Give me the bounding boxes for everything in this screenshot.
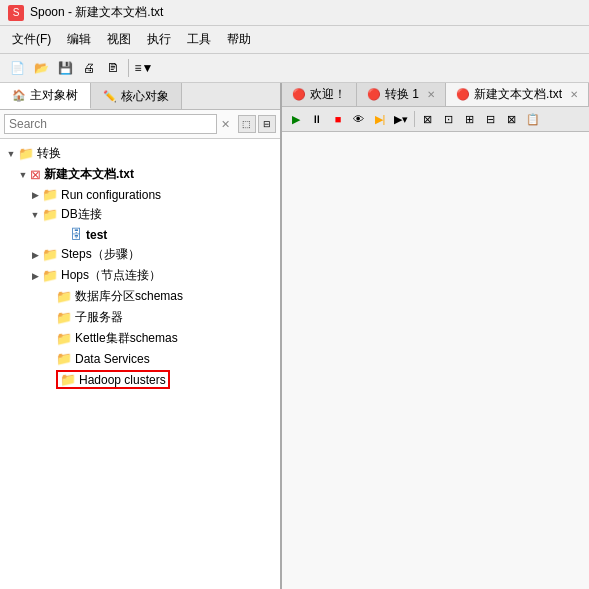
- search-action-btn2[interactable]: ⊟: [258, 115, 276, 133]
- tree-label-data-services: Data Services: [75, 352, 150, 366]
- new-doc-tab-icon: 🔴: [456, 88, 470, 101]
- right-tab-new-doc-label: 新建文本文档.txt: [474, 86, 562, 103]
- tree-label-steps: Steps（步骤）: [61, 246, 140, 263]
- rt-btn6[interactable]: 📋: [523, 109, 543, 129]
- left-panel: 🏠 主对象树 ✏️ 核心对象 ✕ ⬚ ⊟ ▼ 📁 转换: [0, 83, 282, 589]
- search-actions: ⬚ ⊟: [238, 115, 276, 133]
- tree-item-db-connect[interactable]: ▼ 📁 DB连接: [0, 204, 280, 225]
- tree-label-run-config: Run configurations: [61, 188, 161, 202]
- run-button[interactable]: ▶: [286, 109, 306, 129]
- tree: ▼ 📁 转换 ▼ ⊠ 新建文本文档.txt ▶ 📁 Run configurat…: [0, 139, 280, 589]
- right-tab-welcome[interactable]: 🔴 欢迎！: [282, 83, 357, 106]
- tree-label-new-doc: 新建文本文档.txt: [44, 166, 134, 183]
- pause-button[interactable]: ⏸: [307, 109, 327, 129]
- menu-run[interactable]: 执行: [139, 28, 179, 51]
- right-panel: 🔴 欢迎！ 🔴 转换 1 ✕ 🔴 新建文本文档.txt ✕ ▶ ⏸ ■ 👁 ▶|…: [282, 83, 589, 589]
- toolbar-open[interactable]: 📂: [30, 57, 52, 79]
- right-tab-new-doc[interactable]: 🔴 新建文本文档.txt ✕: [446, 83, 589, 106]
- tree-item-transform-root[interactable]: ▼ 📁 转换: [0, 143, 280, 164]
- arrow-run-config[interactable]: ▶: [28, 190, 42, 200]
- left-tab-row: 🏠 主对象树 ✏️ 核心对象: [0, 83, 280, 110]
- toolbar-saveas[interactable]: 🖨: [78, 57, 100, 79]
- rt-btn4[interactable]: ⊟: [481, 109, 501, 129]
- rt-btn3[interactable]: ⊞: [460, 109, 480, 129]
- right-tab-transform1[interactable]: 🔴 转换 1 ✕: [357, 83, 446, 106]
- db-icon: 🗄: [70, 227, 83, 242]
- menu-file[interactable]: 文件(F): [4, 28, 59, 51]
- arrow-db-connect[interactable]: ▼: [28, 210, 42, 220]
- arrow-transform[interactable]: ▼: [4, 149, 18, 159]
- search-box: ✕ ⬚ ⊟: [0, 110, 280, 139]
- transform-icon: ⊠: [30, 167, 41, 182]
- tree-item-run-config[interactable]: ▶ 📁 Run configurations: [0, 185, 280, 204]
- menu-view[interactable]: 视图: [99, 28, 139, 51]
- right-toolbar: ▶ ⏸ ■ 👁 ▶| ▶▾ ⊠ ⊡ ⊞ ⊟ ⊠ 📋: [282, 107, 589, 132]
- main-area: 🏠 主对象树 ✏️ 核心对象 ✕ ⬚ ⊟ ▼ 📁 转换: [0, 83, 589, 589]
- toolbar-new[interactable]: 📄: [6, 57, 28, 79]
- folder-icon-kettle-cluster: 📁: [56, 331, 72, 346]
- main-objects-icon: 🏠: [12, 89, 26, 102]
- rt-btn2[interactable]: ⊡: [439, 109, 459, 129]
- tree-item-data-services[interactable]: 📁 Data Services: [0, 349, 280, 368]
- preview-button[interactable]: 👁: [349, 109, 369, 129]
- canvas-area[interactable]: [282, 132, 589, 589]
- tree-item-new-doc[interactable]: ▼ ⊠ 新建文本文档.txt: [0, 164, 280, 185]
- debug-button[interactable]: ▶|: [370, 109, 390, 129]
- tab-main-objects[interactable]: 🏠 主对象树: [0, 83, 91, 109]
- tree-label-kettle-cluster: Kettle集群schemas: [75, 330, 178, 347]
- arrow-hops[interactable]: ▶: [28, 271, 42, 281]
- search-clear-button[interactable]: ✕: [217, 116, 234, 133]
- folder-icon-run-config: 📁: [42, 187, 58, 202]
- rt-btn1[interactable]: ⊠: [418, 109, 438, 129]
- rt-sep1: [414, 111, 415, 127]
- menu-bar: 文件(F) 编辑 视图 执行 工具 帮助: [0, 26, 589, 54]
- main-toolbar: 📄 📂 💾 🖨 🖹 ≡▼: [0, 54, 589, 83]
- welcome-tab-icon: 🔴: [292, 88, 306, 101]
- tree-item-db-partition[interactable]: 📁 数据库分区schemas: [0, 286, 280, 307]
- tab-core-objects[interactable]: ✏️ 核心对象: [91, 83, 182, 109]
- tree-label-db-test: test: [86, 228, 107, 242]
- folder-icon-db: 📁: [42, 207, 58, 222]
- tree-label-db-partition: 数据库分区schemas: [75, 288, 183, 305]
- arrow-steps[interactable]: ▶: [28, 250, 42, 260]
- stop-button[interactable]: ■: [328, 109, 348, 129]
- tree-label-transform: 转换: [37, 145, 61, 162]
- tree-label-sub-server: 子服务器: [75, 309, 123, 326]
- folder-icon-data-services: 📁: [56, 351, 72, 366]
- right-tab-transform1-label: 转换 1: [385, 86, 419, 103]
- folder-icon-hops: 📁: [42, 268, 58, 283]
- toolbar-print[interactable]: 🖹: [102, 57, 124, 79]
- tree-item-sub-server[interactable]: 📁 子服务器: [0, 307, 280, 328]
- tree-item-steps[interactable]: ▶ 📁 Steps（步骤）: [0, 244, 280, 265]
- rt-btn5[interactable]: ⊠: [502, 109, 522, 129]
- menu-tools[interactable]: 工具: [179, 28, 219, 51]
- folder-icon-sub-server: 📁: [56, 310, 72, 325]
- new-doc-close[interactable]: ✕: [570, 89, 578, 100]
- folder-icon-transform: 📁: [18, 146, 34, 161]
- tree-item-hops[interactable]: ▶ 📁 Hops（节点连接）: [0, 265, 280, 286]
- window-title: Spoon - 新建文本文档.txt: [30, 4, 163, 21]
- arrow-new-doc[interactable]: ▼: [16, 170, 30, 180]
- toolbar-save[interactable]: 💾: [54, 57, 76, 79]
- toolbar-layers[interactable]: ≡▼: [133, 57, 155, 79]
- right-tab-welcome-label: 欢迎！: [310, 86, 346, 103]
- tree-item-db-test[interactable]: 🗄 test: [0, 225, 280, 244]
- tree-label-hops: Hops（节点连接）: [61, 267, 161, 284]
- search-input[interactable]: [4, 114, 217, 134]
- transform1-close[interactable]: ✕: [427, 89, 435, 100]
- tree-label-hadoop-clusters: Hadoop clusters: [79, 373, 166, 387]
- toolbar-separator: [128, 59, 129, 77]
- right-tabs: 🔴 欢迎！ 🔴 转换 1 ✕ 🔴 新建文本文档.txt ✕: [282, 83, 589, 107]
- app-icon: S: [8, 5, 24, 21]
- title-bar: S Spoon - 新建文本文档.txt: [0, 0, 589, 26]
- folder-icon-db-partition: 📁: [56, 289, 72, 304]
- transform1-tab-icon: 🔴: [367, 88, 381, 101]
- tree-item-kettle-cluster[interactable]: 📁 Kettle集群schemas: [0, 328, 280, 349]
- search-action-btn1[interactable]: ⬚: [238, 115, 256, 133]
- menu-edit[interactable]: 编辑: [59, 28, 99, 51]
- tab-main-objects-label: 主对象树: [30, 87, 78, 104]
- menu-help[interactable]: 帮助: [219, 28, 259, 51]
- tree-item-hadoop-clusters[interactable]: 📁 Hadoop clusters: [0, 368, 280, 391]
- run-options[interactable]: ▶▾: [391, 109, 411, 129]
- folder-icon-hadoop: 📁: [60, 372, 76, 387]
